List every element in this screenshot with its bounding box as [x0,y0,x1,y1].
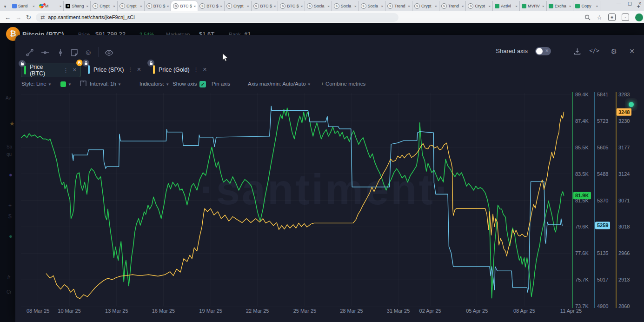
chart-canvas[interactable]: 89.4K87.4K85.5K83.5K81.5K79.6K77.6K75.7K… [0,0,644,322]
svg-text:5135: 5135 [597,250,608,256]
svg-text:25 Mar 25: 25 Mar 25 [293,308,317,314]
svg-text:85.5K: 85.5K [575,145,589,150]
svg-text:4900: 4900 [597,303,608,309]
svg-text:5370: 5370 [597,198,608,203]
svg-text:16 Mar 25: 16 Mar 25 [152,308,175,314]
svg-text:11 Apr 25: 11 Apr 25 [560,308,582,314]
svg-text:19 Mar 25: 19 Mar 25 [199,308,222,314]
svg-text:13 Mar 25: 13 Mar 25 [105,308,128,314]
svg-text:3018: 3018 [618,224,630,229]
svg-text:5841: 5841 [597,92,608,97]
svg-text:3230: 3230 [618,118,630,124]
series-Price (BTC) [21,108,564,298]
series-Price (SPX) [72,106,562,292]
svg-text:3124: 3124 [618,171,630,177]
chart-area: ·santiment· 89.4K87.4K85.5K83.5K81.5K79.… [0,0,644,322]
svg-text:3071: 3071 [618,198,630,203]
svg-text:83.5K: 83.5K [575,171,589,177]
svg-text:81.9K: 81.9K [575,193,589,198]
svg-text:2860: 2860 [618,303,630,309]
svg-text:77.6K: 77.6K [575,250,589,256]
svg-text:08 Mar 25: 08 Mar 25 [27,308,50,314]
svg-text:3177: 3177 [618,145,630,150]
svg-text:05 Apr 25: 05 Apr 25 [466,308,488,314]
svg-text:75.7K: 75.7K [575,277,589,282]
svg-text:08 Apr 25: 08 Apr 25 [513,308,535,314]
svg-text:79.6K: 79.6K [575,224,589,229]
svg-text:5488: 5488 [597,171,608,177]
svg-text:5605: 5605 [597,145,608,150]
series-Price (Gold) [46,112,564,299]
svg-text:3283: 3283 [618,92,630,97]
mouse-cursor [222,53,228,62]
svg-text:22 Mar 25: 22 Mar 25 [246,308,269,314]
svg-text:5259: 5259 [597,222,608,228]
svg-text:5017: 5017 [597,277,608,282]
svg-text:2913: 2913 [618,277,630,282]
svg-text:2966: 2966 [618,250,630,256]
svg-text:10 Mar 25: 10 Mar 25 [58,308,81,314]
svg-text:28 Mar 25: 28 Mar 25 [340,308,363,314]
svg-text:02 Apr 25: 02 Apr 25 [419,308,441,314]
svg-text:5723: 5723 [597,118,608,124]
screen: ▾ Santi×M×XShang×SCrypt×SCrypt×SBTC $×SB… [0,0,644,322]
svg-text:31 Mar 25: 31 Mar 25 [387,308,410,314]
svg-text:87.4K: 87.4K [575,118,589,124]
svg-text:3248: 3248 [618,109,630,115]
svg-text:89.4K: 89.4K [575,92,589,97]
